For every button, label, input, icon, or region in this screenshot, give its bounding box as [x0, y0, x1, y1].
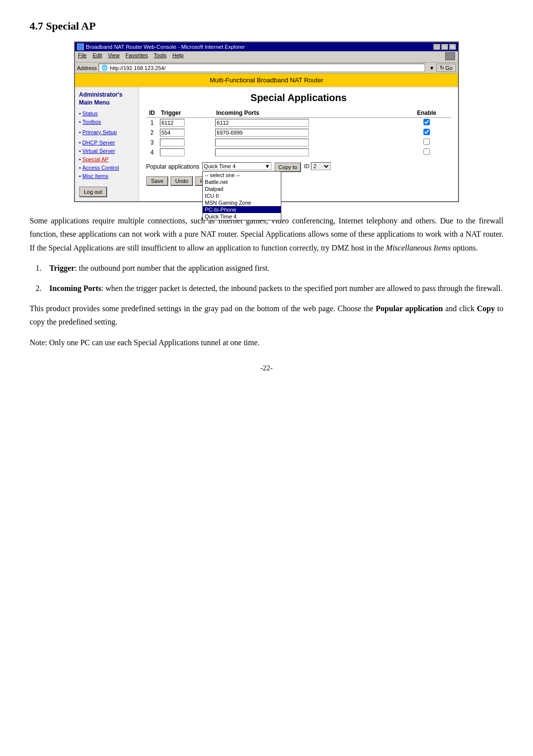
popular-row: Popular applications Quick Time 4 ▼ -- s… [146, 162, 451, 172]
dropdown-arrow[interactable]: ▼ [429, 65, 434, 71]
row4-incoming-cell [213, 147, 402, 157]
option-dialpad[interactable]: Dialpad [203, 185, 281, 192]
sidebar-item-dhcp[interactable]: DHCP Server [79, 140, 135, 147]
browser-menubar: File Edit View Favorites Tools Help [75, 51, 458, 63]
page-footer: -22- [30, 364, 503, 372]
row4-enable-cell [402, 147, 451, 157]
row4-trigger-cell [158, 147, 213, 157]
sidebar-link-misc[interactable]: Misc Items [82, 173, 109, 179]
address-url[interactable]: http://192.168.123.254/ [110, 65, 165, 71]
row2-trigger-cell [158, 128, 213, 138]
address-label: Address [77, 65, 97, 71]
row2-enable-cell [402, 128, 451, 138]
row1-incoming-input[interactable] [215, 119, 309, 127]
row3-trigger-input[interactable] [160, 139, 185, 146]
minimize-button[interactable]: _ [433, 44, 440, 50]
popular-select[interactable]: Quick Time 4 ▼ [202, 162, 271, 170]
sidebar-item-special-ap[interactable]: Special AP [79, 156, 135, 164]
list-num-2: 2. [30, 282, 41, 295]
list-item-1: 1. Trigger: the outbound port number tha… [30, 261, 503, 275]
option-battle-net[interactable]: Battle.net [203, 179, 281, 185]
sidebar-item-misc[interactable]: Misc Items [79, 173, 135, 180]
sidebar-link-status[interactable]: Status [82, 110, 98, 116]
row4-incoming-input[interactable] [215, 148, 309, 156]
sidebar-link-special-ap[interactable]: Special AP [82, 156, 109, 162]
row4-trigger-input[interactable] [160, 148, 185, 156]
row1-trigger-input[interactable] [160, 119, 185, 127]
row1-enable-cell [402, 118, 451, 128]
trigger-text: : the outbound port number that the appl… [75, 264, 269, 272]
list-content-1: Trigger: the outbound port number that t… [49, 261, 503, 275]
address-icon: 🌐 [101, 65, 108, 71]
save-button[interactable]: Save [146, 176, 168, 186]
menu-help[interactable]: Help [172, 52, 184, 61]
row2-incoming-cell [213, 128, 402, 138]
toolbar-graphic [445, 52, 455, 60]
menu-view[interactable]: View [108, 52, 120, 61]
close-button[interactable]: ✕ [449, 44, 456, 50]
sidebar-item-toolbox[interactable]: Toolbox [79, 119, 135, 126]
id-label-area: ID 1 2 3 4 [304, 162, 331, 170]
row1-id: 1 [146, 118, 158, 128]
sidebar-item-access-control[interactable]: Access Control [79, 165, 135, 172]
titlebar-left: Broadband NAT Router Web-Console - Micro… [77, 43, 245, 50]
list-item-2: 2. Incoming Ports: when the trigger pack… [30, 282, 503, 295]
menu-file[interactable]: File [78, 52, 87, 61]
option-quicktime4[interactable]: Quick Time 4 [203, 213, 281, 220]
sidebar-link-primary-setup[interactable]: Primary Setup [82, 129, 117, 135]
sidebar-title: Administrator's Main Menu [79, 91, 135, 107]
row2-enable-checkbox[interactable] [423, 129, 430, 135]
go-button[interactable]: ↻ Go [436, 64, 456, 72]
id-select[interactable]: 1 2 3 4 [311, 162, 331, 170]
menu-edit[interactable]: Edit [93, 52, 102, 61]
col-id: ID [146, 108, 158, 118]
sidebar-link-dhcp[interactable]: DHCP Server [82, 140, 115, 145]
list-content-2: Incoming Ports: when the trigger packet … [49, 282, 503, 295]
option-msn-gaming[interactable]: MSN Gaming Zone [203, 199, 281, 206]
browser-icon [77, 43, 84, 50]
copy-button[interactable]: Copy to [274, 162, 301, 172]
row4-enable-checkbox[interactable] [423, 148, 430, 155]
option-select-one[interactable]: -- select one -- [203, 172, 281, 179]
window-controls[interactable]: _ □ ✕ [433, 44, 456, 50]
paragraph-3: Note: Only one PC can use each Special A… [30, 336, 503, 349]
row1-enable-checkbox[interactable] [423, 119, 430, 125]
sidebar-item-status[interactable]: Status [79, 110, 135, 118]
row3-enable-checkbox[interactable] [423, 139, 430, 145]
go-label: Go [445, 65, 453, 71]
row3-id: 3 [146, 138, 158, 147]
sidebar-link-access-control[interactable]: Access Control [82, 165, 119, 171]
row2-trigger-input[interactable] [160, 129, 185, 137]
select-arrow-icon: ▼ [265, 163, 270, 169]
menu-tools[interactable]: Tools [154, 52, 167, 61]
row1-incoming-cell [213, 118, 402, 128]
row2-incoming-input[interactable] [215, 129, 309, 137]
copy-bold: Copy [477, 304, 495, 313]
maximize-button[interactable]: □ [441, 44, 448, 50]
sidebar-link-virtual-server[interactable]: Virtual Server [82, 148, 115, 154]
address-input[interactable]: 🌐 http://192.168.123.254/ [99, 64, 425, 72]
router-content: Multi-Functional Broadband NAT Router Ad… [75, 73, 458, 201]
sidebar-item-primary-setup[interactable]: Primary Setup [79, 129, 135, 137]
logout-button[interactable]: Log out [79, 186, 107, 197]
sidebar-item-virtual-server[interactable]: Virtual Server [79, 148, 135, 155]
popular-select-wrapper: Quick Time 4 ▼ -- select one -- Battle.n… [202, 162, 271, 170]
popular-label: Popular applications [146, 162, 199, 170]
sidebar-link-toolbox[interactable]: Toolbox [82, 119, 101, 125]
table-row: 2 [146, 128, 451, 138]
option-pc-to-phone[interactable]: PC-to-Phone [203, 206, 281, 213]
undo-button[interactable]: Undo [170, 176, 193, 186]
incoming-ports-text: : when the trigger packet is detected, t… [101, 284, 502, 292]
refresh-icon: ↻ [440, 65, 444, 71]
browser-titlebar: Broadband NAT Router Web-Console - Micro… [75, 42, 458, 51]
popular-dropdown[interactable]: -- select one -- Battle.net Dialpad ICU … [202, 171, 281, 220]
row3-trigger-cell [158, 138, 213, 147]
menu-favorites[interactable]: Favorites [125, 52, 148, 61]
row3-incoming-input[interactable] [215, 139, 309, 146]
toolbar-icon [445, 52, 455, 61]
row2-id: 2 [146, 128, 158, 138]
router-sidebar: Administrator's Main Menu Status Toolbox… [75, 87, 139, 201]
row3-enable-cell [402, 138, 451, 147]
option-icu-ii[interactable]: ICU II [203, 192, 281, 199]
col-trigger: Trigger [158, 108, 213, 118]
